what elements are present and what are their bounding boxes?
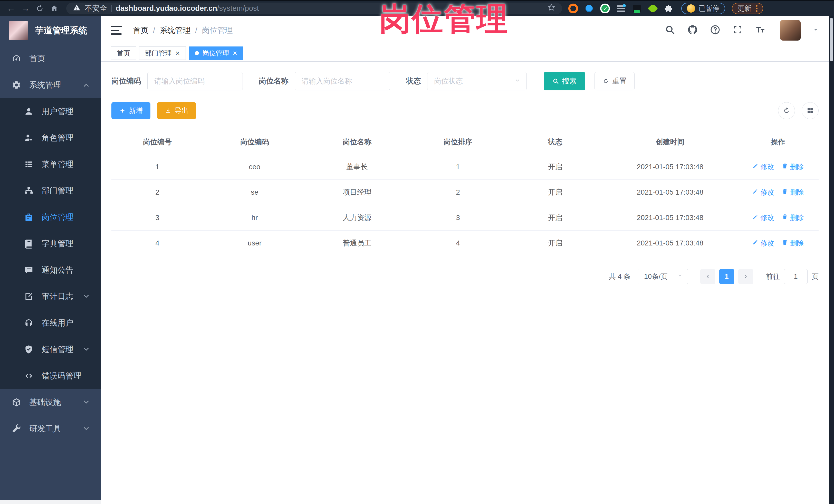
delete-link[interactable]: 删除 xyxy=(782,188,804,197)
github-icon[interactable] xyxy=(687,24,698,36)
address-bar[interactable]: 不安全 dashboard.yudao.iocoder.cn/system/po… xyxy=(66,3,562,14)
edit-link[interactable]: 修改 xyxy=(752,213,774,222)
sidebar-item-label: 首页 xyxy=(29,53,45,64)
font-size-icon[interactable] xyxy=(755,24,766,36)
browser-menu-icon[interactable] xyxy=(756,4,758,13)
refresh-table-button[interactable] xyxy=(778,102,795,119)
goto-page-input[interactable] xyxy=(784,269,808,284)
browser-home-icon[interactable] xyxy=(48,3,60,14)
edit-link[interactable]: 修改 xyxy=(752,188,774,197)
table-body: 1ceo董事长1开启2021-01-05 17:03:48修改删除2se项目经理… xyxy=(111,154,818,256)
bookmark-star-icon[interactable] xyxy=(547,3,555,13)
table-cell: 3 xyxy=(111,205,203,231)
download-icon xyxy=(165,107,172,114)
sidebar-item-online[interactable]: 在线用户 xyxy=(0,310,101,336)
reset-button[interactable]: 重置 xyxy=(594,72,635,90)
sidebar-item-audit[interactable]: 审计日志 xyxy=(0,283,101,310)
chevron-down-icon[interactable] xyxy=(812,26,819,34)
online-icon xyxy=(24,318,34,328)
sidebar-item-home[interactable]: 首页 xyxy=(0,45,101,72)
sms-icon xyxy=(24,344,34,355)
orange-ring-extension-icon[interactable] xyxy=(568,4,578,13)
browser-back-icon[interactable]: ← xyxy=(5,3,17,14)
user-icon xyxy=(24,106,34,116)
content: 岗位编码 岗位名称 状态 岗位状态 搜索 xyxy=(101,62,829,284)
table-cell: 普通员工 xyxy=(306,231,409,256)
trash-icon xyxy=(782,188,788,196)
crx-extension-icon[interactable] xyxy=(632,4,642,13)
hamburger-icon[interactable] xyxy=(111,26,122,35)
green-check-extension-icon[interactable] xyxy=(600,4,610,13)
sidebar-logo-row[interactable]: 芋道管理系统 xyxy=(0,16,101,45)
sliders-extension-icon[interactable] xyxy=(616,4,626,13)
update-button[interactable]: 更新 xyxy=(732,3,763,14)
table-cell: 人力资源 xyxy=(306,205,409,231)
tab-首页[interactable]: 首页 xyxy=(111,46,136,60)
sidebar-item-menu[interactable]: 菜单管理 xyxy=(0,151,101,177)
sidebar-item-sms[interactable]: 短信管理 xyxy=(0,336,101,363)
fullscreen-icon[interactable] xyxy=(732,24,743,36)
puzzle-extension-icon[interactable] xyxy=(664,4,674,13)
tab-label: 部门管理 xyxy=(145,49,172,58)
delete-link[interactable]: 删除 xyxy=(782,213,804,222)
browser-reload-icon[interactable] xyxy=(34,3,46,14)
delete-link[interactable]: 删除 xyxy=(782,239,804,248)
main-area: 首页/系统管理/岗位管理 首页部门管理×岗位管理× 岗位编码 岗位名称 xyxy=(101,16,829,504)
table-cell: 开启 xyxy=(507,205,603,231)
page-size-select[interactable]: 10条/页 xyxy=(638,269,688,284)
sidebar-item-errcode[interactable]: 错误码管理 xyxy=(0,363,101,389)
scrollbar-thumb[interactable] xyxy=(830,18,833,61)
refresh-icon xyxy=(602,78,609,85)
prev-page-button[interactable] xyxy=(700,269,715,284)
blue-pin-extension-icon[interactable] xyxy=(584,4,594,13)
tags-view: 首页部门管理×岗位管理× xyxy=(101,45,829,62)
column-settings-button[interactable] xyxy=(802,102,818,119)
sidebar-item-dict[interactable]: 字典管理 xyxy=(0,230,101,257)
delete-link[interactable]: 删除 xyxy=(782,162,804,172)
app-title: 芋道管理系统 xyxy=(35,25,87,37)
sidebar-item-dept[interactable]: 部门管理 xyxy=(0,177,101,204)
sidebar-item-devtools[interactable]: 研发工具 xyxy=(0,415,101,442)
tab-岗位管理[interactable]: 岗位管理× xyxy=(189,46,243,60)
breadcrumb-item[interactable]: 系统管理 xyxy=(160,25,191,36)
add-button[interactable]: 新增 xyxy=(111,102,150,119)
tab-close-icon[interactable]: × xyxy=(175,49,180,57)
user-avatar[interactable] xyxy=(780,20,800,41)
search-icon[interactable] xyxy=(664,24,675,36)
chevron-up-icon xyxy=(81,80,91,90)
pencil-icon xyxy=(752,239,759,247)
table-cell-operations: 修改删除 xyxy=(737,231,818,256)
sidebar-item-infra[interactable]: 基础设施 xyxy=(0,389,101,415)
pagination: 共 4 条 10条/页 1 前往 页 xyxy=(111,269,818,284)
edit-link[interactable]: 修改 xyxy=(752,162,774,172)
sidebar-item-system[interactable]: 系统管理 xyxy=(0,72,101,98)
sidebar-item-post[interactable]: 岗位管理 xyxy=(0,204,101,230)
current-page[interactable]: 1 xyxy=(719,269,734,284)
sidebar-item-user[interactable]: 用户管理 xyxy=(0,98,101,125)
column-header: 状态 xyxy=(507,130,603,154)
search-button[interactable]: 搜索 xyxy=(544,72,585,90)
breadcrumb-item[interactable]: 首页 xyxy=(133,25,148,36)
leaf-extension-icon[interactable] xyxy=(648,4,658,13)
edit-link[interactable]: 修改 xyxy=(752,239,774,248)
paused-extension-pill[interactable]: 已暂停 xyxy=(681,3,725,14)
sidebar-item-notice[interactable]: 通知公告 xyxy=(0,257,101,283)
table-cell: 2 xyxy=(409,180,507,205)
sidebar-item-role[interactable]: 角色管理 xyxy=(0,125,101,151)
tab-部门管理[interactable]: 部门管理× xyxy=(139,46,186,60)
next-page-button[interactable] xyxy=(738,269,753,284)
table-cell: 3 xyxy=(409,205,507,231)
post-name-input[interactable] xyxy=(295,72,390,90)
status-select[interactable]: 岗位状态 xyxy=(427,72,527,90)
gear-icon xyxy=(11,80,22,90)
page-scrollbar[interactable] xyxy=(829,16,834,504)
export-button[interactable]: 导出 xyxy=(157,102,196,119)
pencil-icon xyxy=(752,214,759,222)
table-cell: 2021-01-05 17:03:48 xyxy=(603,231,737,256)
tab-close-icon[interactable]: × xyxy=(233,49,238,57)
errcode-icon xyxy=(24,371,34,381)
emoji-extension-icon xyxy=(687,4,695,13)
browser-forward-icon[interactable]: → xyxy=(20,3,31,14)
help-icon[interactable] xyxy=(710,24,721,36)
post-code-input[interactable] xyxy=(147,72,243,90)
